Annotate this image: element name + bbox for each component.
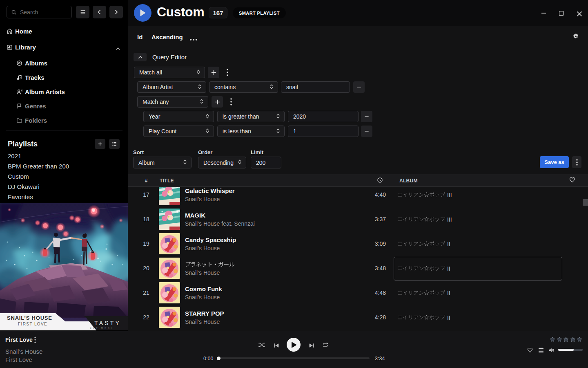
svg-text:SNAIL’S HOUSE: SNAIL’S HOUSE	[7, 315, 52, 321]
svg-text:FIRST LOVE: FIRST LOVE	[18, 322, 47, 326]
svg-text:ƎST.MRXI: ƎST.MRXI	[90, 327, 113, 329]
svg-text:TASTY: TASTY	[94, 320, 121, 326]
